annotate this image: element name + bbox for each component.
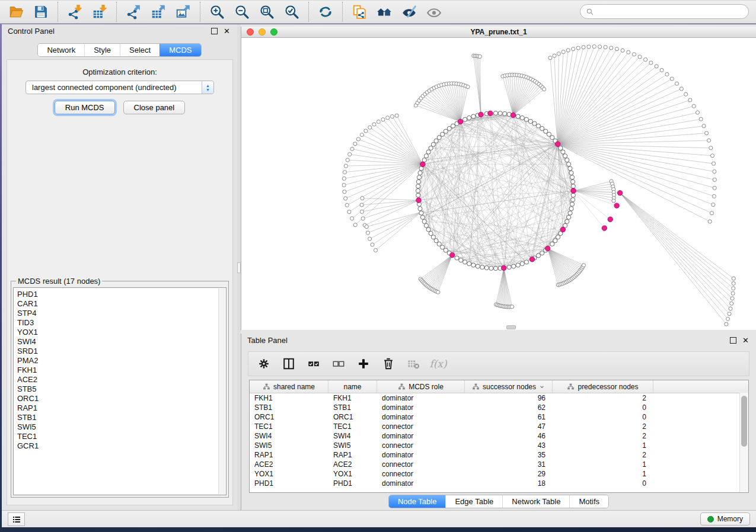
tab-network-table[interactable]: Network Table [502, 495, 569, 508]
graph-node[interactable] [709, 146, 713, 150]
graph-node[interactable] [524, 117, 528, 121]
search-box[interactable] [580, 4, 749, 19]
list-item[interactable]: YOX1 [17, 328, 216, 337]
graph-node[interactable] [561, 150, 565, 154]
graph-node[interactable] [570, 202, 574, 206]
graph-node[interactable] [471, 114, 476, 118]
graph-node[interactable] [467, 262, 471, 266]
graph-node[interactable] [390, 115, 394, 118]
graph-node[interactable] [444, 129, 448, 133]
float-panel-icon[interactable] [211, 28, 218, 34]
graph-node[interactable] [569, 171, 573, 175]
graph-node[interactable] [732, 277, 735, 280]
table-row[interactable]: YOX1YOX1connector291 [250, 469, 748, 479]
graph-node[interactable] [426, 150, 430, 154]
mcds-graph-node[interactable] [488, 111, 493, 116]
graph-node[interactable] [353, 223, 357, 227]
float-table-panel-icon[interactable] [730, 337, 736, 344]
mcds-graph-node[interactable] [511, 113, 515, 117]
list-item[interactable]: RAP1 [17, 403, 216, 413]
column-header-name[interactable]: name [328, 380, 377, 393]
memory-button[interactable]: Memory [700, 512, 750, 525]
graph-node[interactable] [638, 55, 642, 59]
graph-node[interactable] [699, 117, 703, 121]
graph-node[interactable] [569, 207, 573, 211]
clone-network-button[interactable] [347, 2, 372, 21]
graph-node[interactable] [493, 266, 497, 270]
graph-node[interactable] [565, 158, 569, 162]
graph-node[interactable] [347, 210, 351, 214]
toggle-panel-columns-button[interactable] [278, 354, 299, 373]
graph-node[interactable] [726, 317, 730, 321]
graph-node[interactable] [610, 46, 613, 50]
list-item[interactable]: SRD1 [17, 347, 216, 356]
graph-node[interactable] [431, 142, 435, 146]
graph-node[interactable] [604, 46, 607, 49]
tab-network[interactable]: Network [38, 44, 84, 56]
graph-node[interactable] [344, 197, 347, 200]
graph-node[interactable] [582, 264, 585, 267]
minimize-window-icon[interactable] [259, 28, 266, 36]
graph-node[interactable] [416, 180, 420, 184]
graph-node[interactable] [343, 171, 346, 174]
graph-node[interactable] [710, 211, 713, 215]
refresh-view-button[interactable] [313, 2, 338, 21]
graph-node[interactable] [471, 263, 476, 267]
graph-node[interactable] [467, 116, 471, 120]
graph-node[interactable] [543, 88, 546, 91]
list-item[interactable]: TEC1 [17, 432, 216, 441]
graph-node[interactable] [463, 260, 467, 264]
mcds-graph-node[interactable] [614, 203, 619, 208]
export-image-button[interactable] [171, 2, 196, 21]
graph-node[interactable] [503, 111, 507, 116]
table-row[interactable]: ACE2ACE2connector311 [250, 460, 748, 469]
graph-node[interactable] [365, 225, 368, 229]
graph-node[interactable] [655, 65, 658, 68]
graph-node[interactable] [708, 220, 712, 223]
tab-node-table[interactable]: Node Table [389, 495, 446, 508]
graph-node[interactable] [366, 231, 369, 235]
graph-node[interactable] [424, 223, 428, 227]
graph-node[interactable] [713, 186, 716, 190]
table-row[interactable]: ORC1ORC1dominator610 [250, 412, 748, 422]
list-item[interactable]: ACE2 [17, 375, 216, 384]
mcds-graph-node[interactable] [479, 112, 483, 117]
graph-node[interactable] [592, 45, 596, 49]
graph-node[interactable] [675, 82, 678, 85]
graph-node[interactable] [489, 266, 493, 270]
graph-node[interactable] [480, 265, 484, 269]
graph-node[interactable] [731, 297, 734, 300]
import-network-button[interactable] [62, 2, 87, 21]
graph-node[interactable] [360, 133, 363, 137]
graph-node[interactable] [665, 72, 669, 76]
graph-node[interactable] [418, 171, 422, 175]
graph-node[interactable] [725, 322, 728, 326]
close-table-panel-icon[interactable]: ✕ [742, 337, 749, 344]
graph-node[interactable] [582, 46, 585, 49]
deselect-all-checkboxes-button[interactable] [328, 354, 349, 373]
graph-node[interactable] [644, 58, 647, 62]
graph-node[interactable] [350, 147, 354, 150]
graph-node[interactable] [524, 260, 528, 264]
graph-node[interactable] [550, 242, 554, 246]
graph-node[interactable] [732, 287, 735, 290]
tab-motifs[interactable]: Motifs [569, 495, 608, 508]
tab-mcds[interactable]: MCDS [160, 44, 200, 56]
table-row[interactable]: PHD1PHD1dominator180 [250, 479, 748, 488]
table-scrollbar[interactable] [739, 393, 748, 492]
show-all-button[interactable] [422, 2, 446, 21]
list-item[interactable]: PHD1 [17, 290, 216, 299]
graph-node[interactable] [417, 175, 421, 180]
graph-node[interactable] [416, 193, 420, 197]
zoom-selected-button[interactable] [279, 2, 304, 21]
mcds-graph-node[interactable] [529, 257, 534, 262]
graph-node[interactable] [426, 227, 430, 232]
hide-selected-button[interactable] [397, 2, 422, 21]
graph-node[interactable] [732, 281, 735, 285]
graph-node[interactable] [598, 45, 602, 49]
table-row[interactable]: TEC1TEC1connector472 [250, 422, 748, 431]
graph-node[interactable] [556, 235, 560, 239]
graph-node[interactable] [705, 132, 709, 135]
graph-node[interactable] [570, 175, 574, 180]
mcds-graph-node[interactable] [546, 246, 550, 251]
